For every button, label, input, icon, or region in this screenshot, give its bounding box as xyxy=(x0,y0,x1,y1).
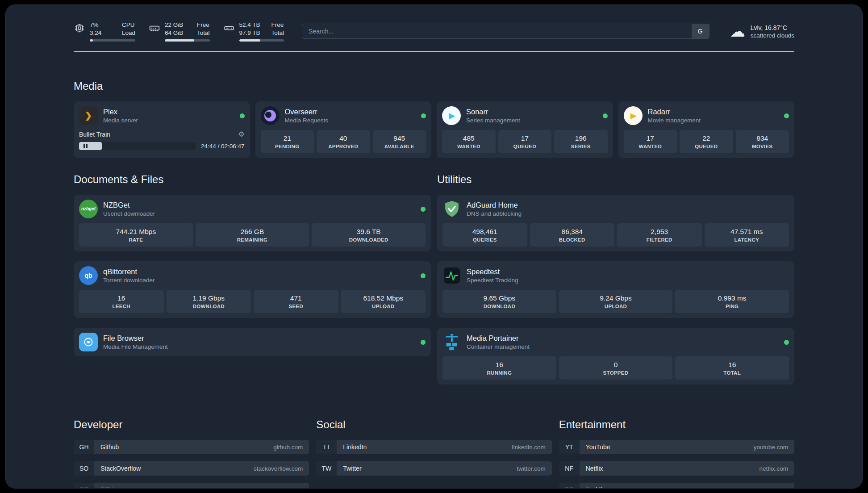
bookmark-twitter[interactable]: TW Twittertwitter.com xyxy=(316,461,551,476)
bookmark-linkedin[interactable]: LI LinkedInlinkedin.com xyxy=(316,440,551,454)
bookmark-name: DEV xyxy=(100,486,113,489)
service-card-nzbget[interactable]: nzbget NZBGet Usenet downloader 744.21 M… xyxy=(74,195,431,251)
service-title: Sonarr xyxy=(466,108,520,116)
cpu-percent: 7% xyxy=(90,21,113,29)
bookmark-name: Reddit xyxy=(586,486,604,489)
stat-tile: 834MOVIES xyxy=(736,130,789,153)
bookmark-github[interactable]: GH Githubgithub.com xyxy=(74,440,309,454)
service-card-portainer[interactable]: Media Portainer Container management 16R… xyxy=(437,328,794,384)
service-card-qbittorrent[interactable]: qb qBittorrent Torrent downloader 16LEEC… xyxy=(74,261,431,318)
bookmark-abbr: RE xyxy=(559,483,580,489)
service-title: NZBGet xyxy=(103,201,155,209)
bookmark-dev[interactable]: DT DEVdev.to xyxy=(74,483,309,489)
weather-widget: ☁ Lviv, 16.87°C scattered clouds xyxy=(730,24,794,39)
bookmark-url: stackoverflow.com xyxy=(254,465,303,472)
stat-tile: 9.65 GbpsDOWNLOAD xyxy=(442,290,556,313)
status-dot xyxy=(784,113,789,118)
status-dot xyxy=(240,113,245,118)
search-bar: G xyxy=(302,24,709,39)
memory-free-label: Free xyxy=(197,21,209,29)
playback-time: 24:44 / 02:06:47 xyxy=(201,143,245,150)
stat-tile: 17WANTED xyxy=(624,130,677,153)
search-input[interactable] xyxy=(302,24,692,39)
pause-icon[interactable] xyxy=(83,144,88,148)
bookmark-stackoverflow[interactable]: SO StackOverflowstackoverflow.com xyxy=(74,461,309,476)
bookmark-abbr: YT xyxy=(559,440,580,454)
stat-tile: 86,384BLOCKED xyxy=(530,223,615,246)
disk-icon xyxy=(223,22,235,34)
overseerr-icon xyxy=(261,106,280,125)
service-title: AdGuard Home xyxy=(467,201,522,209)
service-title: File Browser xyxy=(103,334,168,343)
stat-tile: 618.52 MbpsUPLOAD xyxy=(341,290,426,313)
memory-free: 22 GiB xyxy=(165,21,188,29)
cpu-widget: 7%CPU 3.24Load xyxy=(74,21,135,42)
service-card-plex[interactable]: ❯ Plex Media server Bullet Train ⚙ xyxy=(74,101,250,158)
service-subtitle: Movie management xyxy=(648,117,701,124)
bookmark-youtube[interactable]: YT YouTubeyoutube.com xyxy=(559,440,794,454)
service-card-filebrowser[interactable]: File Browser Media File Management xyxy=(74,328,431,356)
service-card-radarr[interactable]: ▶ Radarr Movie management 17WANTED 22QUE… xyxy=(618,101,795,158)
settings-icon[interactable]: ⚙ xyxy=(238,131,244,138)
bookmark-netflix[interactable]: NF Netflixnetflix.com xyxy=(559,461,794,476)
stat-tile: 744.21 MbpsRATE xyxy=(79,223,193,246)
plex-icon: ❯ xyxy=(79,106,98,125)
service-title: Radarr xyxy=(648,108,701,116)
status-dot xyxy=(421,273,426,278)
bookmark-abbr: TW xyxy=(316,461,337,476)
weather-condition: scattered clouds xyxy=(751,32,794,39)
sonarr-icon: ▶ xyxy=(442,106,461,125)
bookmark-name: YouTube xyxy=(586,443,610,451)
status-dot xyxy=(421,340,426,345)
memory-total-label: Total xyxy=(197,29,210,37)
stat-tile: 22QUEUED xyxy=(680,130,733,153)
status-dot xyxy=(421,207,426,212)
memory-icon xyxy=(149,22,160,34)
bookmark-url: youtube.com xyxy=(754,444,788,451)
bookmark-name: Twitter xyxy=(343,465,361,472)
section-heading-developer: Developer xyxy=(74,418,309,431)
service-subtitle: Media File Management xyxy=(103,343,168,350)
bookmark-abbr: DT xyxy=(74,483,94,489)
bookmark-reddit[interactable]: RE Redditreddit.com xyxy=(559,483,794,489)
section-heading-utilities: Utilities xyxy=(437,173,794,186)
stat-tile: 485WANTED xyxy=(442,130,496,153)
service-card-speedtest[interactable]: Speedtest Speedtest Tracking 9.65 GbpsDO… xyxy=(437,261,794,318)
stat-tile: 40APPROVED xyxy=(317,130,370,153)
stat-tile: 39.6 TBDOWNLOADED xyxy=(312,223,426,246)
service-card-adguard[interactable]: AdGuard Home DNS and adblocking 498,461Q… xyxy=(437,195,794,251)
bookmark-url: twitter.com xyxy=(517,465,546,472)
service-card-sonarr[interactable]: ▶ Sonarr Series management 485WANTED 17Q… xyxy=(437,101,613,158)
bookmark-url: netflix.com xyxy=(759,465,788,472)
stat-tile: 2,953FILTERED xyxy=(617,223,702,246)
bookmark-abbr: LI xyxy=(316,440,337,454)
stat-tile: 21PENDING xyxy=(261,130,314,153)
status-dot xyxy=(421,113,426,118)
bookmark-abbr: SO xyxy=(74,461,94,476)
stat-tile: 17QUEUED xyxy=(498,130,552,153)
adguard-icon xyxy=(442,200,461,218)
stat-tile: 16RUNNING xyxy=(442,356,556,380)
stat-tile: 498,461QUERIES xyxy=(442,223,527,246)
disk-usage-bar xyxy=(239,39,284,42)
stat-tile: 945AVAILABLE xyxy=(373,130,426,153)
service-subtitle: Media Requests xyxy=(285,117,329,124)
stat-tile: 471SEED xyxy=(254,290,338,313)
bookmark-url: dev.to xyxy=(287,487,303,489)
search-provider-button[interactable]: G xyxy=(692,24,709,39)
service-card-overseerr[interactable]: Overseerr Media Requests 21PENDING 40APP… xyxy=(255,101,432,158)
bookmark-name: StackOverflow xyxy=(100,465,141,472)
stat-tile: 1.19 GbpsDOWNLOAD xyxy=(167,290,251,313)
bookmark-url: linkedin.com xyxy=(512,444,546,451)
playback-progress-bar[interactable] xyxy=(79,142,196,150)
service-title: qBittorrent xyxy=(103,267,155,276)
disk-total-label: Total xyxy=(271,29,284,37)
stat-tile: 0.993 msPING xyxy=(675,290,789,313)
stat-tile: 47.571 msLATENCY xyxy=(705,223,789,246)
cpu-load-label: Load xyxy=(122,29,135,37)
cpu-label: CPU xyxy=(122,21,135,29)
status-dot xyxy=(784,340,789,345)
service-subtitle: DNS and adblocking xyxy=(467,210,522,217)
disk-widget: 52.4 TBFree 97.9 TBTotal xyxy=(223,21,284,42)
topbar-divider xyxy=(74,51,794,52)
